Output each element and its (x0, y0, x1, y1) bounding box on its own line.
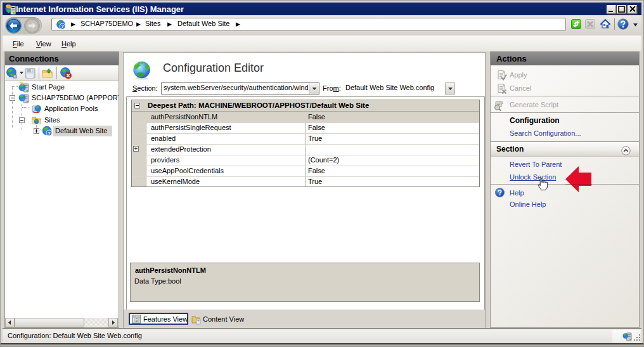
svg-text:?: ? (61, 23, 64, 29)
svg-text:?: ? (48, 131, 51, 136)
